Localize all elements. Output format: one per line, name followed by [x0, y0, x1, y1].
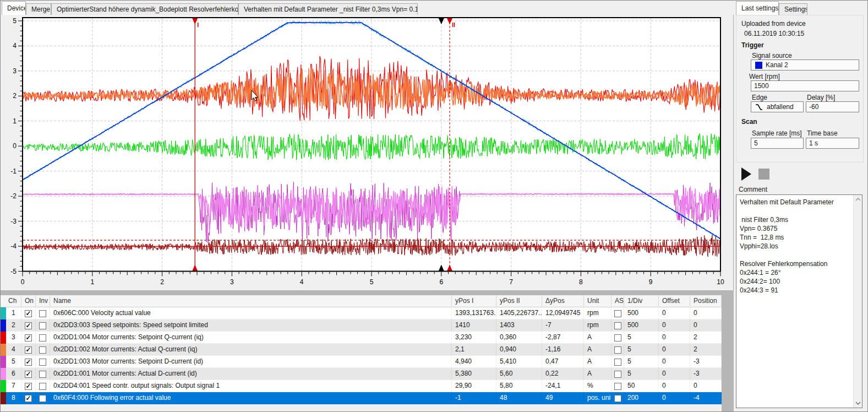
checkbox-box[interactable]	[614, 395, 621, 402]
checkbox-box[interactable]: ✓	[25, 383, 32, 390]
as-checkbox[interactable]	[612, 380, 624, 392]
inv-checkbox[interactable]	[36, 392, 50, 404]
on-checkbox[interactable]: ✓	[21, 392, 36, 404]
checkbox-box[interactable]: ✓	[25, 322, 32, 329]
on-checkbox[interactable]: ✓	[21, 368, 36, 380]
comment-scrollbar[interactable]	[853, 195, 862, 408]
checkbox-box[interactable]	[39, 322, 46, 329]
column-header-ch[interactable]: Ch	[1, 295, 21, 307]
channel-row-7[interactable]: 7✓0x2DD4:001 Speed contr. output signals…	[1, 380, 722, 392]
checkbox-box[interactable]	[39, 359, 46, 366]
as-checkbox[interactable]	[612, 356, 624, 368]
document-tab-2[interactable]: Merge	[26, 3, 51, 15]
column-header--ypos[interactable]: ΔyPos	[542, 295, 584, 307]
column-header-on[interactable]: On	[21, 295, 36, 307]
sample-rate-field[interactable]: 5	[751, 138, 804, 149]
channel-row-1[interactable]: 1✓0x606C:000 Velocity actual value1393,1…	[1, 307, 722, 319]
checkbox-box[interactable]	[39, 334, 46, 341]
inv-checkbox[interactable]	[36, 344, 50, 356]
start-scan-button[interactable]	[740, 166, 753, 182]
settings-tab-last-settings[interactable]: Last settings	[736, 1, 779, 15]
column-header-unit[interactable]: Unit	[584, 295, 612, 307]
channel-name: 0x2DD1:003 Motor currents: Setpoint D-cu…	[50, 356, 452, 368]
as-checkbox[interactable]	[612, 332, 624, 344]
checkbox-box[interactable]: ✓	[25, 334, 32, 341]
checkbox-box[interactable]	[39, 383, 46, 390]
checkbox-box[interactable]: ✓	[25, 310, 32, 317]
channel-row-2[interactable]: 2✓0x2DD3:003 Speed setpoints: Speed setp…	[1, 319, 722, 332]
column-header-position[interactable]: Position	[690, 295, 722, 307]
checkbox-box[interactable]	[614, 334, 621, 341]
column-header-ypos-i[interactable]: yPos I	[452, 295, 496, 307]
on-checkbox[interactable]: ✓	[21, 307, 36, 319]
channel-row-8[interactable]: 8✓0x60F4:000 Following error actual valu…	[1, 392, 722, 404]
channel-row-4[interactable]: 4✓0x2DD1:002 Motor currents: Actual Q-cu…	[1, 344, 722, 356]
on-checkbox[interactable]: ✓	[21, 332, 36, 344]
column-header-offset[interactable]: Offset	[659, 295, 690, 307]
delay-field[interactable]: -60	[806, 101, 859, 112]
delta-ypos-value: 0,47	[542, 356, 584, 368]
channel-name: 0x2DD1:002 Motor currents: Actual Q-curr…	[50, 344, 452, 356]
channel-row-3[interactable]: 3✓0x2DD1:004 Motor currents: Setpoint Q-…	[1, 332, 722, 344]
as-checkbox[interactable]	[612, 344, 624, 356]
column-header-inv[interactable]: Inv	[36, 295, 50, 307]
comment-textarea[interactable]: Verhalten mit Default Parameter nist Fil…	[736, 194, 862, 408]
document-tab-1[interactable]: Device	[2, 1, 26, 15]
as-checkbox[interactable]	[612, 319, 624, 332]
checkbox-box[interactable]	[39, 310, 46, 317]
inv-checkbox[interactable]	[36, 332, 50, 344]
inv-checkbox[interactable]	[36, 380, 50, 392]
channel-row-6[interactable]: 6✓0x2DD1:001 Motor currents: Actual D-cu…	[1, 368, 722, 380]
y-tick-label: -4	[10, 242, 17, 250]
on-checkbox[interactable]: ✓	[21, 319, 36, 332]
edge-combo[interactable]: abfallend	[751, 101, 804, 112]
checkbox-box[interactable]	[614, 359, 621, 366]
trigger-source-combo[interactable]: Kanal 2	[751, 59, 859, 71]
checkbox-box[interactable]	[614, 371, 621, 378]
checkbox-box[interactable]	[39, 395, 46, 402]
column-header-name[interactable]: Name	[50, 295, 452, 307]
settings-tab-settings[interactable]: Settings	[779, 3, 807, 15]
channel-name: 0x2DD4:001 Speed contr. output signals: …	[50, 380, 452, 392]
checkbox-box[interactable]: ✓	[25, 359, 32, 366]
x-tick-label: 8	[579, 278, 583, 286]
time-base-field[interactable]: 1 s	[806, 138, 859, 149]
as-checkbox[interactable]	[612, 368, 624, 380]
wert-field[interactable]: 1500	[751, 80, 859, 91]
column-header-ypos-ii[interactable]: yPos II	[496, 295, 542, 307]
column-header-1-div[interactable]: 1/Div	[624, 295, 659, 307]
offset-value: 0	[659, 368, 690, 380]
position-value: 0	[690, 319, 722, 332]
checkbox-box[interactable]	[614, 310, 621, 317]
on-checkbox[interactable]: ✓	[21, 344, 36, 356]
checkbox-box[interactable]	[39, 346, 46, 354]
checkbox-box[interactable]	[614, 383, 621, 390]
checkbox-box[interactable]: ✓	[25, 371, 32, 378]
channel-row-5[interactable]: 5✓0x2DD1:003 Motor currents: Setpoint D-…	[1, 356, 722, 368]
document-tab-3[interactable]: OptimierterStand höhere dynamik_Bodeplot…	[51, 3, 238, 15]
checkbox-box[interactable]: ✓	[25, 395, 32, 402]
chevron-down-icon	[856, 402, 860, 404]
inv-checkbox[interactable]	[36, 319, 50, 332]
checkbox-box[interactable]	[614, 322, 621, 329]
plot-canvas[interactable]: III012345678910543210-1-2-3-4-5	[1, 15, 734, 290]
as-checkbox[interactable]	[612, 307, 624, 319]
per-div-value: 5	[624, 344, 659, 356]
scroll-up-arrow[interactable]	[854, 195, 862, 204]
inv-checkbox[interactable]	[36, 368, 50, 380]
horizontal-splitter[interactable]	[1, 290, 734, 295]
on-checkbox[interactable]: ✓	[21, 356, 36, 368]
per-div-value: 5	[624, 368, 659, 380]
on-checkbox[interactable]: ✓	[21, 380, 36, 392]
inv-checkbox[interactable]	[36, 356, 50, 368]
inv-checkbox[interactable]	[36, 307, 50, 319]
scroll-down-arrow[interactable]	[854, 399, 862, 408]
checkbox-box[interactable]	[39, 371, 46, 378]
document-tab-4[interactable]: Verhalten mit Default Parameter _nist Fi…	[238, 3, 418, 15]
as-checkbox[interactable]	[612, 392, 624, 404]
column-header-as[interactable]: AS	[612, 295, 624, 307]
checkbox-box[interactable]: ✓	[25, 346, 32, 354]
checkbox-box[interactable]	[614, 346, 621, 354]
stop-scan-button[interactable]	[758, 169, 769, 180]
channel-number: 4	[6, 344, 21, 356]
